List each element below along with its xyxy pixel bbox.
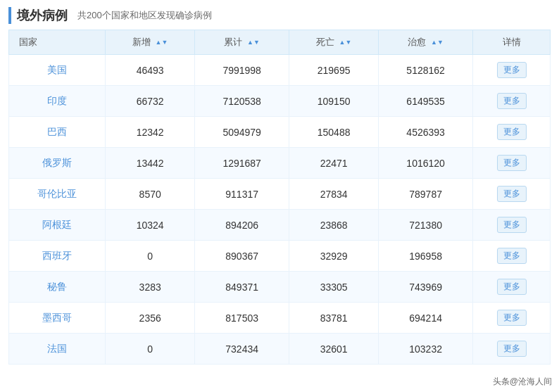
- page-subtitle: 共200个国家和地区发现确诊病例: [77, 9, 212, 22]
- cell-country: 哥伦比亚: [9, 179, 106, 210]
- watermark: 头条@沧海人间: [493, 376, 552, 388]
- cell-total: 817503: [194, 303, 289, 334]
- cell-detail: 更多: [473, 55, 551, 86]
- cell-total: 7120538: [194, 86, 289, 117]
- table-row: 西班牙 0 890367 32929 196958 更多: [9, 241, 551, 272]
- more-button[interactable]: 更多: [497, 155, 527, 171]
- cell-death: 22471: [289, 148, 378, 179]
- cell-country: 俄罗斯: [9, 148, 106, 179]
- cell-country: 美国: [9, 55, 106, 86]
- table-row: 秘鲁 3283 849371 33305 743969 更多: [9, 272, 551, 303]
- cell-death: 109150: [289, 86, 378, 117]
- more-button[interactable]: 更多: [497, 310, 527, 326]
- cell-recovered: 1016120: [378, 148, 473, 179]
- cell-recovered: 6149535: [378, 86, 473, 117]
- cases-table: 国家 新增 ▲▼ 累计 ▲▼ 死亡 ▲▼ 治愈 ▲▼ 详情 美国 46493 7…: [8, 30, 551, 365]
- cell-new: 8570: [106, 179, 194, 210]
- cell-death: 219695: [289, 55, 378, 86]
- cell-detail: 更多: [473, 117, 551, 148]
- cell-recovered: 196958: [378, 241, 473, 272]
- more-button[interactable]: 更多: [497, 186, 527, 202]
- main-container: 境外病例 共200个国家和地区发现确诊病例 国家 新增 ▲▼ 累计 ▲▼ 死亡 …: [0, 0, 559, 392]
- cell-detail: 更多: [473, 334, 551, 365]
- col-total: 累计 ▲▼: [194, 30, 289, 55]
- cell-new: 10324: [106, 210, 194, 241]
- cell-new: 13442: [106, 148, 194, 179]
- cell-detail: 更多: [473, 210, 551, 241]
- cell-total: 849371: [194, 272, 289, 303]
- cell-country: 法国: [9, 334, 106, 365]
- cell-recovered: 103232: [378, 334, 473, 365]
- cell-new: 66732: [106, 86, 194, 117]
- more-button[interactable]: 更多: [497, 341, 527, 357]
- cell-recovered: 721380: [378, 210, 473, 241]
- table-row: 印度 66732 7120538 109150 6149535 更多: [9, 86, 551, 117]
- cell-total: 5094979: [194, 117, 289, 148]
- page-title: 境外病例: [8, 7, 68, 24]
- cell-death: 32601: [289, 334, 378, 365]
- col-recovered: 治愈 ▲▼: [378, 30, 473, 55]
- cell-new: 12342: [106, 117, 194, 148]
- cell-recovered: 743969: [378, 272, 473, 303]
- col-detail: 详情: [473, 30, 551, 55]
- more-button[interactable]: 更多: [497, 279, 527, 295]
- table-row: 巴西 12342 5094979 150488 4526393 更多: [9, 117, 551, 148]
- cell-death: 23868: [289, 210, 378, 241]
- more-button[interactable]: 更多: [497, 248, 527, 264]
- cell-total: 894206: [194, 210, 289, 241]
- cell-new: 3283: [106, 272, 194, 303]
- cell-death: 33305: [289, 272, 378, 303]
- cell-total: 1291687: [194, 148, 289, 179]
- cell-country: 印度: [9, 86, 106, 117]
- table-header-row: 国家 新增 ▲▼ 累计 ▲▼ 死亡 ▲▼ 治愈 ▲▼ 详情: [9, 30, 551, 55]
- cell-recovered: 4526393: [378, 117, 473, 148]
- table-row: 哥伦比亚 8570 911317 27834 789787 更多: [9, 179, 551, 210]
- table-row: 阿根廷 10324 894206 23868 721380 更多: [9, 210, 551, 241]
- more-button[interactable]: 更多: [497, 62, 527, 78]
- cell-detail: 更多: [473, 241, 551, 272]
- more-button[interactable]: 更多: [497, 93, 527, 109]
- table-row: 法国 0 732434 32601 103232 更多: [9, 334, 551, 365]
- cell-death: 32929: [289, 241, 378, 272]
- cell-death: 83781: [289, 303, 378, 334]
- cell-recovered: 789787: [378, 179, 473, 210]
- col-new: 新增 ▲▼: [106, 30, 194, 55]
- cell-death: 150488: [289, 117, 378, 148]
- cell-country: 秘鲁: [9, 272, 106, 303]
- sort-total-icon[interactable]: ▲▼: [247, 39, 260, 46]
- cell-total: 911317: [194, 179, 289, 210]
- cell-new: 0: [106, 334, 194, 365]
- cell-death: 27834: [289, 179, 378, 210]
- cell-detail: 更多: [473, 148, 551, 179]
- cell-new: 46493: [106, 55, 194, 86]
- cell-recovered: 694214: [378, 303, 473, 334]
- sort-new-icon[interactable]: ▲▼: [156, 39, 168, 46]
- sort-recovered-icon[interactable]: ▲▼: [431, 39, 444, 46]
- cell-detail: 更多: [473, 179, 551, 210]
- table-body: 美国 46493 7991998 219695 5128162 更多 印度 66…: [9, 55, 551, 365]
- more-button[interactable]: 更多: [497, 217, 527, 233]
- col-country: 国家: [9, 30, 106, 55]
- cell-detail: 更多: [473, 303, 551, 334]
- cell-detail: 更多: [473, 86, 551, 117]
- table-row: 美国 46493 7991998 219695 5128162 更多: [9, 55, 551, 86]
- cell-total: 890367: [194, 241, 289, 272]
- table-row: 墨西哥 2356 817503 83781 694214 更多: [9, 303, 551, 334]
- cell-total: 7991998: [194, 55, 289, 86]
- cell-new: 0: [106, 241, 194, 272]
- cell-country: 西班牙: [9, 241, 106, 272]
- cell-country: 墨西哥: [9, 303, 106, 334]
- cell-new: 2356: [106, 303, 194, 334]
- table-row: 俄罗斯 13442 1291687 22471 1016120 更多: [9, 148, 551, 179]
- cell-detail: 更多: [473, 272, 551, 303]
- page-header: 境外病例 共200个国家和地区发现确诊病例: [8, 7, 551, 24]
- sort-death-icon[interactable]: ▲▼: [339, 39, 352, 46]
- cell-total: 732434: [194, 334, 289, 365]
- cell-country: 阿根廷: [9, 210, 106, 241]
- cell-recovered: 5128162: [378, 55, 473, 86]
- more-button[interactable]: 更多: [497, 124, 527, 140]
- col-death: 死亡 ▲▼: [289, 30, 378, 55]
- cell-country: 巴西: [9, 117, 106, 148]
